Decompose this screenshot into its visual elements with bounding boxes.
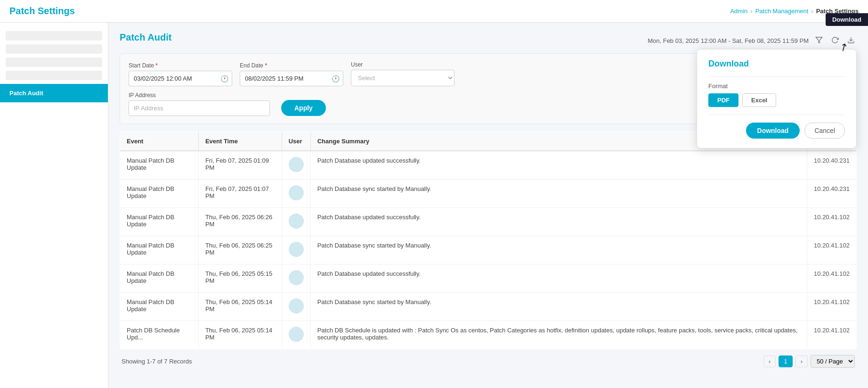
page-size-select[interactable]: 50 / Page xyxy=(811,355,855,368)
cell-change-summary-6: Patch DB Schedule is updated with : Patc… xyxy=(310,321,807,349)
breadcrumb-admin[interactable]: Admin xyxy=(730,8,747,15)
svg-marker-0 xyxy=(816,37,822,43)
cell-event-3: Manual Patch DB Update xyxy=(120,236,199,264)
cell-user-6 xyxy=(282,321,310,349)
user-avatar-2 xyxy=(289,214,304,229)
cell-event-time-1: Fri, Feb 07, 2025 01:07 PM xyxy=(198,180,282,208)
pagination: ‹ 1 › 50 / Page xyxy=(763,355,855,368)
table-row: Patch DB Schedule Upd... Thu, Feb 06, 20… xyxy=(120,321,857,349)
sidebar-blurred-4 xyxy=(6,71,102,80)
start-date-input[interactable] xyxy=(129,71,232,86)
table-body: Manual Patch DB Update Fri, Feb 07, 2025… xyxy=(120,151,857,349)
user-label: User xyxy=(351,61,454,68)
cell-user-4 xyxy=(282,264,310,293)
cell-event-6: Patch DB Schedule Upd... xyxy=(120,321,199,349)
page-title: Patch Settings xyxy=(9,6,75,17)
end-date-group: End Date * 🕐 xyxy=(240,62,343,86)
start-date-clock-icon: 🕐 xyxy=(220,75,228,83)
filter-icon-btn[interactable] xyxy=(813,34,825,48)
cell-user-1 xyxy=(282,180,310,208)
user-avatar-1 xyxy=(289,185,304,200)
cell-ip-0: 10.20.40.231 xyxy=(807,151,857,180)
download-popover: ↗ Download Format PDF Excel Download Can… xyxy=(697,49,857,149)
cell-change-summary-0: Patch Database updated successfully. xyxy=(310,151,807,180)
page-1-btn[interactable]: 1 xyxy=(779,355,792,367)
cell-user-0 xyxy=(282,151,310,180)
main-content: Patch Audit Mon, Feb 03, 2025 12:00 AM -… xyxy=(108,23,868,388)
sidebar-blurred-1 xyxy=(6,31,102,41)
cell-ip-5: 10.20.41.102 xyxy=(807,293,857,321)
audit-table: Event Event Time User Change Summary Man… xyxy=(120,132,857,349)
format-label: Format xyxy=(708,83,845,90)
col-event-time: Event Time xyxy=(198,132,282,151)
user-avatar-5 xyxy=(289,298,304,314)
filter-icon xyxy=(815,36,823,44)
cell-user-2 xyxy=(282,208,310,236)
col-event: Event xyxy=(120,132,199,151)
breadcrumb-sep-1: › xyxy=(750,8,752,15)
cell-ip-1: 10.20.40.231 xyxy=(807,180,857,208)
cell-event-0: Manual Patch DB Update xyxy=(120,151,199,180)
cell-user-5 xyxy=(282,293,310,321)
cell-change-summary-4: Patch Database updated successfully. xyxy=(310,264,807,293)
user-avatar-6 xyxy=(289,327,304,342)
cell-event-time-4: Thu, Feb 06, 2025 05:15 PM xyxy=(198,264,282,293)
table-row: Manual Patch DB Update Thu, Feb 06, 2025… xyxy=(120,208,857,236)
cell-event-time-0: Fri, Feb 07, 2025 01:09 PM xyxy=(198,151,282,180)
cell-event-4: Manual Patch DB Update xyxy=(120,264,199,293)
download-icon xyxy=(847,36,855,44)
sidebar: Patch Audit xyxy=(0,23,108,388)
breadcrumb-sep-2: › xyxy=(811,8,813,15)
format-buttons: PDF Excel xyxy=(708,93,845,107)
sidebar-blurred-2 xyxy=(6,44,102,54)
user-avatar-0 xyxy=(289,157,304,172)
cell-event-time-3: Thu, Feb 06, 2025 06:25 PM xyxy=(198,236,282,264)
main-layout: Patch Audit Patch Audit Mon, Feb 03, 202… xyxy=(0,23,868,388)
date-range-label: Mon, Feb 03, 2025 12:00 AM - Sat, Feb 08… xyxy=(648,37,809,44)
end-date-input[interactable] xyxy=(240,71,343,86)
cell-change-summary-5: Patch Database sync started by Manually. xyxy=(310,293,807,321)
next-page-btn[interactable]: › xyxy=(795,355,808,367)
popover-title: Download xyxy=(708,59,845,69)
download-confirm-btn[interactable]: Download xyxy=(746,123,800,139)
cell-event-2: Manual Patch DB Update xyxy=(120,208,199,236)
patch-audit-title: Patch Audit xyxy=(120,32,171,43)
user-avatar-3 xyxy=(289,242,304,257)
start-date-label: Start Date * xyxy=(129,62,232,69)
popover-divider-2 xyxy=(708,115,845,115)
prev-page-btn[interactable]: ‹ xyxy=(763,355,776,367)
apply-button[interactable]: Apply xyxy=(281,100,326,116)
end-date-label: End Date * xyxy=(240,62,343,69)
cell-event-time-6: Thu, Feb 06, 2025 05:14 PM xyxy=(198,321,282,349)
format-pdf-btn[interactable]: PDF xyxy=(708,93,738,107)
table-row: Manual Patch DB Update Fri, Feb 07, 2025… xyxy=(120,151,857,180)
user-select[interactable]: Select xyxy=(351,70,454,86)
start-date-group: Start Date * 🕐 xyxy=(129,62,232,86)
refresh-icon xyxy=(831,36,839,44)
table-row: Manual Patch DB Update Fri, Feb 07, 2025… xyxy=(120,180,857,208)
cell-event-time-5: Thu, Feb 06, 2025 05:14 PM xyxy=(198,293,282,321)
showing-records: Showing 1-7 of 7 Records xyxy=(122,358,192,365)
end-date-wrap: 🕐 xyxy=(240,71,343,86)
format-excel-btn[interactable]: Excel xyxy=(742,93,776,107)
user-group: User Select xyxy=(351,61,454,86)
top-header: Patch Settings Admin › Patch Management … xyxy=(0,0,868,23)
table-row: Manual Patch DB Update Thu, Feb 06, 2025… xyxy=(120,293,857,321)
cancel-btn[interactable]: Cancel xyxy=(804,123,845,139)
cell-event-1: Manual Patch DB Update xyxy=(120,180,199,208)
table-header-row: Patch Audit Mon, Feb 03, 2025 12:00 AM -… xyxy=(120,32,857,50)
cell-event-5: Manual Patch DB Update xyxy=(120,293,199,321)
user-avatar-4 xyxy=(289,270,304,285)
sidebar-item-patch-audit[interactable]: Patch Audit xyxy=(0,84,108,102)
sidebar-blurred-3 xyxy=(6,58,102,67)
cell-change-summary-3: Patch Database sync started by Manually. xyxy=(310,236,807,264)
table-footer: Showing 1-7 of 7 Records ‹ 1 › 50 / Page xyxy=(120,349,857,370)
ip-address-input[interactable] xyxy=(129,100,270,116)
popover-actions: Download Cancel xyxy=(708,123,845,139)
download-tooltip: Download xyxy=(826,13,868,26)
breadcrumb-patch-management[interactable]: Patch Management xyxy=(755,8,809,15)
col-user: User xyxy=(282,132,310,151)
cell-change-summary-2: Patch Database updated successfully. xyxy=(310,208,807,236)
popover-divider xyxy=(708,76,845,77)
table-row: Manual Patch DB Update Thu, Feb 06, 2025… xyxy=(120,236,857,264)
